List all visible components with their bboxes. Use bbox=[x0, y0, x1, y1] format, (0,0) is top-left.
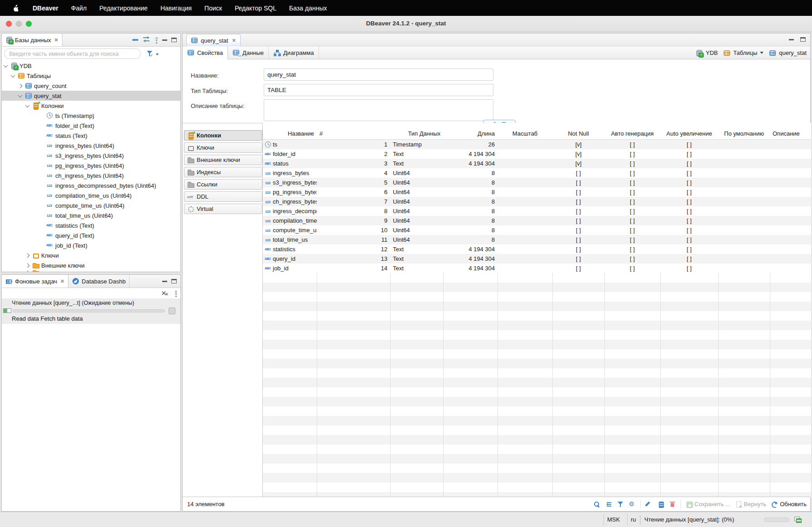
cell-not-null[interactable]: [v] bbox=[552, 151, 604, 157]
breadcrumb-folder[interactable]: Таблицы bbox=[733, 49, 757, 56]
cell-not-null[interactable]: [ ] bbox=[552, 189, 604, 195]
tree-expander-icon[interactable] bbox=[25, 253, 30, 258]
cell-auto-generate[interactable]: [ ] bbox=[604, 265, 660, 272]
filter-dropdown-caret-icon[interactable] bbox=[156, 54, 159, 57]
table-row[interactable]: job_id 14 Text 4 194 304 [ ] [ ] [ ] bbox=[263, 264, 811, 273]
search-icon[interactable] bbox=[593, 501, 600, 508]
column-header[interactable]: По умолчанию bbox=[718, 130, 770, 139]
tab-diagram[interactable]: Диаграмма bbox=[269, 46, 319, 59]
close-icon[interactable]: ✕ bbox=[232, 38, 236, 44]
cell-not-null[interactable]: [v] bbox=[552, 141, 604, 148]
delete-icon[interactable] bbox=[669, 501, 676, 508]
cell-auto-increment[interactable]: [ ] bbox=[660, 246, 718, 253]
menu-item[interactable]: Поиск bbox=[198, 5, 228, 12]
cell-auto-increment[interactable]: [ ] bbox=[660, 227, 718, 234]
tree-item[interactable]: compilation_time_us (Uint64) bbox=[2, 190, 180, 200]
gear-icon[interactable] bbox=[628, 501, 636, 508]
language-indicator[interactable]: ru bbox=[631, 512, 636, 527]
table-row[interactable]: ch_ingress_bytes 7 Uint64 8 [ ] [ ] [ ] bbox=[263, 197, 811, 206]
cell-auto-generate[interactable]: [ ] bbox=[604, 246, 660, 253]
breadcrumb-db[interactable]: YDB bbox=[706, 49, 718, 56]
cell-not-null[interactable]: [ ] bbox=[552, 255, 604, 262]
object-tab[interactable]: Ссылки bbox=[184, 179, 262, 190]
column-header[interactable]: # bbox=[317, 130, 390, 139]
table-row[interactable]: status 3 Text 4 194 304 [v] [ ] [ ] bbox=[263, 159, 811, 168]
table-row[interactable]: ingress_decompressed_bytes 8 Uint64 8 [ … bbox=[263, 206, 811, 216]
revert-button[interactable]: Вернуть bbox=[735, 501, 767, 508]
link-with-editor-icon[interactable] bbox=[142, 36, 150, 44]
table-row[interactable]: ingress_bytes 4 Uint64 8 [ ] [ ] [ ] bbox=[263, 168, 811, 178]
tree-item[interactable] bbox=[2, 270, 180, 272]
tree-item[interactable]: total_time_us (Uint64) bbox=[2, 210, 180, 220]
tree-item[interactable]: compute_time_us (Uint64) bbox=[2, 200, 180, 210]
maximize-editor-icon[interactable] bbox=[800, 37, 806, 42]
table-row[interactable]: pg_ingress_bytes 6 Uint64 8 [ ] [ ] [ ] bbox=[263, 187, 811, 197]
cell-not-null[interactable]: [v] bbox=[552, 160, 604, 167]
cell-auto-generate[interactable]: [ ] bbox=[604, 255, 660, 262]
save-button[interactable]: Сохранить ... bbox=[686, 501, 730, 508]
tab-properties[interactable]: Свойства bbox=[183, 46, 228, 59]
cell-auto-increment[interactable]: [ ] bbox=[660, 179, 718, 186]
cell-auto-generate[interactable]: [ ] bbox=[604, 160, 660, 167]
column-header[interactable]: Not Null bbox=[552, 130, 604, 139]
column-header[interactable]: Описание bbox=[770, 130, 811, 139]
cell-not-null[interactable]: [ ] bbox=[552, 236, 604, 243]
cell-not-null[interactable]: [ ] bbox=[552, 170, 604, 176]
tree-item[interactable]: job_id (Text) bbox=[2, 240, 180, 250]
tab-database-navigator[interactable]: Базы данных ✕ bbox=[2, 34, 63, 46]
view-menu-icon[interactable] bbox=[174, 290, 178, 297]
cell-auto-generate[interactable]: [ ] bbox=[604, 151, 660, 157]
tree-item[interactable]: Внешние ключи bbox=[2, 260, 180, 270]
tree-expander-icon[interactable] bbox=[4, 63, 8, 68]
column-header[interactable]: Авто генерация bbox=[604, 130, 660, 139]
cell-auto-generate[interactable]: [ ] bbox=[604, 236, 660, 243]
tree-item[interactable]: query_id (Text) bbox=[2, 230, 180, 240]
tree-expander-icon[interactable] bbox=[18, 83, 23, 88]
search-input[interactable] bbox=[4, 49, 141, 59]
tree-item[interactable]: query_stat bbox=[2, 91, 180, 101]
connections-icon[interactable] bbox=[794, 516, 801, 523]
breadcrumb-table[interactable]: query_stat bbox=[779, 49, 807, 56]
tree-item[interactable]: s3_ingress_bytes (Uint64) bbox=[2, 151, 180, 161]
table-row[interactable]: s3_ingress_bytes 5 Uint64 8 [ ] [ ] [ ] bbox=[263, 178, 811, 187]
configure-columns-icon[interactable] bbox=[605, 501, 612, 508]
minimize-view-icon[interactable] bbox=[162, 281, 167, 282]
cell-not-null[interactable]: [ ] bbox=[552, 179, 604, 186]
minimize-editor-icon[interactable] bbox=[789, 39, 794, 40]
cell-auto-increment[interactable]: [ ] bbox=[660, 160, 718, 167]
tree-item[interactable]: Колонки bbox=[2, 101, 180, 111]
tab-database-dashboard[interactable]: Database Dashb bbox=[68, 275, 130, 288]
column-header[interactable]: Длина bbox=[443, 130, 498, 139]
cell-auto-increment[interactable]: [ ] bbox=[660, 198, 718, 205]
tree-expander-icon[interactable] bbox=[25, 270, 30, 272]
add-row-icon[interactable] bbox=[657, 501, 664, 508]
table-row[interactable]: folder_id 2 Text 4 194 304 [v] [ ] [ ] bbox=[263, 149, 811, 159]
object-tab[interactable]: Внешние ключи bbox=[184, 155, 262, 165]
tree-expander-icon[interactable] bbox=[25, 263, 30, 268]
table-row[interactable]: query_id 13 Text 4 194 304 [ ] [ ] [ ] bbox=[263, 254, 811, 264]
menu-item[interactable]: Редактор SQL bbox=[228, 5, 283, 12]
menu-item[interactable]: База данных bbox=[283, 5, 333, 12]
close-icon[interactable]: ✕ bbox=[60, 278, 64, 284]
tree-item[interactable]: Таблицы bbox=[2, 71, 180, 81]
object-tab[interactable]: Колонки bbox=[184, 130, 262, 141]
column-header[interactable]: Название bbox=[263, 130, 317, 139]
refresh-button[interactable]: Обновить bbox=[771, 501, 807, 508]
tree-item[interactable]: ingress_bytes (Uint64) bbox=[2, 141, 180, 151]
tree-item[interactable]: pg_ingress_bytes (Uint64) bbox=[2, 161, 180, 171]
cell-auto-increment[interactable]: [ ] bbox=[660, 170, 718, 176]
cell-auto-generate[interactable]: [ ] bbox=[604, 208, 660, 215]
filter-icon[interactable]: ✓ bbox=[146, 50, 153, 57]
table-description-field[interactable] bbox=[264, 99, 493, 121]
timezone-indicator[interactable]: MSK bbox=[607, 512, 620, 527]
clear-finished-tasks-icon[interactable] bbox=[161, 290, 169, 297]
cell-auto-increment[interactable]: [ ] bbox=[660, 265, 718, 272]
cell-not-null[interactable]: [ ] bbox=[552, 217, 604, 224]
menu-item[interactable]: DBeaver bbox=[26, 5, 65, 12]
cell-auto-increment[interactable]: [ ] bbox=[660, 217, 718, 224]
tree-expander-icon[interactable] bbox=[25, 103, 30, 107]
cell-auto-generate[interactable]: [ ] bbox=[604, 170, 660, 176]
tree-item[interactable]: ts (Timestamp) bbox=[2, 111, 180, 121]
filter-icon[interactable] bbox=[617, 501, 624, 508]
menu-item[interactable]: Файл bbox=[65, 5, 93, 12]
